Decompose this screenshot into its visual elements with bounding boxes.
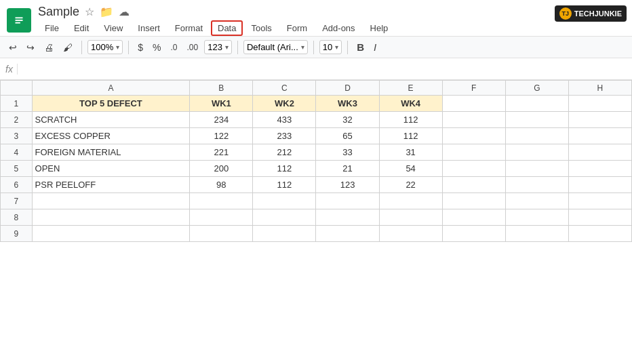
cell-c4[interactable]: 212 xyxy=(253,144,316,161)
cell-f5[interactable] xyxy=(442,161,505,177)
col-header-h[interactable]: H xyxy=(568,81,631,96)
cell-g1[interactable] xyxy=(505,96,568,112)
cell-b6[interactable]: 98 xyxy=(190,177,253,193)
undo-button[interactable]: ↩ xyxy=(5,40,20,55)
cell-h2[interactable] xyxy=(568,112,631,128)
col-header-d[interactable]: D xyxy=(316,81,379,96)
cell-d6[interactable]: 123 xyxy=(316,177,379,193)
cell-f6[interactable] xyxy=(442,177,505,193)
col-header-a[interactable]: A xyxy=(32,81,190,96)
cell-a6[interactable]: PSR PEELOFF xyxy=(32,177,190,193)
cell-a9[interactable] xyxy=(32,226,190,242)
cell-e3[interactable]: 112 xyxy=(379,128,442,144)
zoom-select[interactable]: 100% ▾ xyxy=(87,40,123,54)
col-header-g[interactable]: G xyxy=(505,81,568,96)
font-select[interactable]: Default (Ari... ▾ xyxy=(243,40,308,54)
cell-h5[interactable] xyxy=(568,161,631,177)
menu-tools[interactable]: Tools xyxy=(244,20,278,36)
cell-d9[interactable] xyxy=(316,226,379,242)
cell-a7[interactable] xyxy=(32,193,190,209)
col-header-b[interactable]: B xyxy=(190,81,253,96)
cell-g8[interactable] xyxy=(505,209,568,226)
cell-h7[interactable] xyxy=(568,193,631,209)
redo-button[interactable]: ↪ xyxy=(23,40,38,55)
cell-a4[interactable]: FOREIGN MATERIAL xyxy=(32,144,190,161)
bold-button[interactable]: B xyxy=(353,39,368,55)
cell-f2[interactable] xyxy=(442,112,505,128)
cell-g9[interactable] xyxy=(505,226,568,242)
cell-e5[interactable]: 54 xyxy=(379,161,442,177)
cell-e7[interactable] xyxy=(379,193,442,209)
cell-c8[interactable] xyxy=(253,209,316,226)
italic-button[interactable]: I xyxy=(370,39,380,55)
cell-g4[interactable] xyxy=(505,144,568,161)
cell-a1[interactable]: TOP 5 DEFECT xyxy=(32,96,190,112)
menu-edit[interactable]: Edit xyxy=(67,20,96,36)
menu-format[interactable]: Format xyxy=(168,20,210,36)
cell-h1[interactable] xyxy=(568,96,631,112)
menu-form[interactable]: Form xyxy=(280,20,314,36)
cell-f1[interactable] xyxy=(442,96,505,112)
cell-e9[interactable] xyxy=(379,226,442,242)
col-header-f[interactable]: F xyxy=(442,81,505,96)
cell-d7[interactable] xyxy=(316,193,379,209)
cell-d4[interactable]: 33 xyxy=(316,144,379,161)
decimal-more-button[interactable]: .00 xyxy=(184,41,202,54)
cell-f4[interactable] xyxy=(442,144,505,161)
cell-g6[interactable] xyxy=(505,177,568,193)
cell-h8[interactable] xyxy=(568,209,631,226)
cell-e6[interactable]: 22 xyxy=(379,177,442,193)
cloud-icon[interactable]: ☁ xyxy=(119,5,130,18)
cell-c6[interactable]: 112 xyxy=(253,177,316,193)
cell-g7[interactable] xyxy=(505,193,568,209)
col-header-e[interactable]: E xyxy=(379,81,442,96)
cell-b2[interactable]: 234 xyxy=(190,112,253,128)
cell-b4[interactable]: 221 xyxy=(190,144,253,161)
cell-e2[interactable]: 112 xyxy=(379,112,442,128)
cell-b5[interactable]: 200 xyxy=(190,161,253,177)
cell-c7[interactable] xyxy=(253,193,316,209)
cell-g2[interactable] xyxy=(505,112,568,128)
print-button[interactable]: 🖨 xyxy=(41,40,57,55)
cell-f8[interactable] xyxy=(442,209,505,226)
font-size-select[interactable]: 10 ▾ xyxy=(319,40,342,54)
cell-b8[interactable] xyxy=(190,209,253,226)
col-header-c[interactable]: C xyxy=(253,81,316,96)
cell-h6[interactable] xyxy=(568,177,631,193)
star-icon[interactable]: ☆ xyxy=(85,5,94,18)
decimal-less-button[interactable]: .0 xyxy=(167,41,181,54)
cell-f3[interactable] xyxy=(442,128,505,144)
cell-d2[interactable]: 32 xyxy=(316,112,379,128)
cell-a5[interactable]: OPEN xyxy=(32,161,190,177)
cell-e8[interactable] xyxy=(379,209,442,226)
cell-a3[interactable]: EXCESS COPPER xyxy=(32,128,190,144)
cell-b3[interactable]: 122 xyxy=(190,128,253,144)
cell-b1[interactable]: WK1 xyxy=(190,96,253,112)
cell-b9[interactable] xyxy=(190,226,253,242)
currency-button[interactable]: $ xyxy=(134,40,146,55)
cell-g5[interactable] xyxy=(505,161,568,177)
cell-c2[interactable]: 433 xyxy=(253,112,316,128)
menu-help[interactable]: Help xyxy=(363,20,395,36)
cell-a8[interactable] xyxy=(32,209,190,226)
menu-data[interactable]: Data xyxy=(211,20,243,36)
formula-input[interactable] xyxy=(22,64,627,74)
cell-d3[interactable]: 65 xyxy=(316,128,379,144)
cell-h3[interactable] xyxy=(568,128,631,144)
cell-h9[interactable] xyxy=(568,226,631,242)
cell-d1[interactable]: WK3 xyxy=(316,96,379,112)
cell-c9[interactable] xyxy=(253,226,316,242)
cell-e4[interactable]: 31 xyxy=(379,144,442,161)
cell-g3[interactable] xyxy=(505,128,568,144)
cell-d5[interactable]: 21 xyxy=(316,161,379,177)
cell-h4[interactable] xyxy=(568,144,631,161)
menu-file[interactable]: File xyxy=(38,20,66,36)
menu-addons[interactable]: Add-ons xyxy=(315,20,361,36)
menu-view[interactable]: View xyxy=(97,20,130,36)
doc-title[interactable]: Sample xyxy=(38,5,79,19)
cell-a2[interactable]: SCRATCH xyxy=(32,112,190,128)
cell-f9[interactable] xyxy=(442,226,505,242)
cell-f7[interactable] xyxy=(442,193,505,209)
cell-e1[interactable]: WK4 xyxy=(379,96,442,112)
menu-insert[interactable]: Insert xyxy=(131,20,167,36)
